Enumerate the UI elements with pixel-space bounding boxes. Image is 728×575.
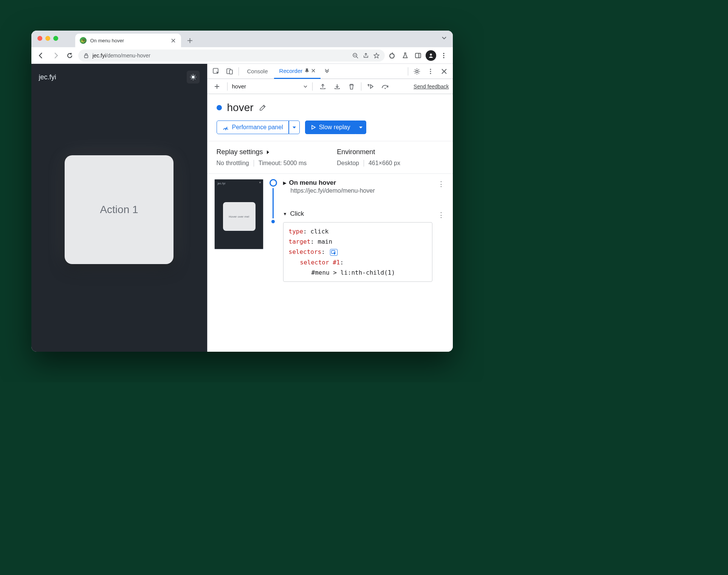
svg-point-11 [416, 70, 418, 73]
profile-avatar[interactable] [426, 50, 436, 61]
device-toolbar-icon[interactable] [224, 66, 235, 77]
tab-title: On menu hover [90, 38, 124, 43]
svg-point-16 [225, 129, 226, 130]
pin-icon [305, 68, 309, 73]
recording-title: hover [227, 102, 254, 114]
new-tab-button[interactable] [185, 35, 195, 46]
step-menu-button[interactable]: ⋮ [436, 210, 446, 220]
tab-recorder[interactable]: Recorder [274, 64, 321, 79]
recording-status-dot [217, 105, 222, 110]
bookmark-star-icon[interactable] [373, 53, 379, 59]
timeout-value: Timeout: 5000 ms [259, 160, 307, 167]
labs-flask-icon[interactable] [400, 50, 410, 61]
window-close-button[interactable] [37, 36, 42, 41]
devtools-close-icon[interactable] [438, 66, 450, 77]
url-path: /demo/menu-hover [106, 53, 150, 59]
tab-close-icon[interactable] [311, 69, 315, 73]
tab-console[interactable]: Console [242, 64, 273, 79]
site-name: jec.fyi [39, 73, 56, 81]
chevron-down-icon [303, 84, 308, 89]
throttle-value: No throttling [217, 160, 249, 167]
slow-replay-button-group: Slow replay [305, 121, 367, 134]
svg-point-6 [443, 57, 444, 58]
env-size: 461×660 px [369, 160, 400, 167]
settings-gear-icon[interactable] [411, 66, 423, 77]
url-domain: jec.fyi [93, 53, 106, 59]
step-navigate-url: https://jec.fyi/demo/menu-hover [291, 187, 432, 194]
browser-tab[interactable]: 🐢 On menu hover [75, 34, 181, 47]
slow-replay-button[interactable]: Slow replay [305, 121, 356, 134]
svg-rect-10 [229, 70, 232, 74]
performance-panel-button[interactable]: Performance panel [217, 121, 289, 134]
svg-point-14 [430, 73, 431, 74]
svg-point-5 [443, 55, 444, 56]
svg-point-4 [443, 53, 444, 54]
address-bar[interactable]: jec.fyi/demo/menu-hover [78, 49, 385, 62]
window-zoom-button[interactable] [53, 36, 58, 41]
window-minimize-button[interactable] [45, 36, 50, 41]
side-panel-icon[interactable] [413, 50, 423, 61]
page-viewport: jec.fyi Action 1 [31, 64, 207, 352]
svg-point-7 [192, 76, 195, 79]
new-recording-button[interactable] [211, 81, 223, 92]
reload-button[interactable] [64, 49, 76, 62]
step-navigate-toggle[interactable]: ▶ On menu hover [283, 179, 432, 187]
performance-panel-button-group: Performance panel [217, 121, 300, 134]
delete-icon[interactable] [346, 81, 357, 92]
edit-title-button[interactable] [259, 104, 266, 111]
svg-rect-0 [84, 55, 88, 58]
slow-replay-dropdown[interactable] [356, 121, 366, 134]
browser-window: 🐢 On menu hover jec.fyi/demo/menu-ho [31, 31, 453, 352]
lock-icon [84, 53, 89, 58]
devtools-menu-icon[interactable] [425, 66, 436, 77]
env-device: Desktop [337, 160, 359, 167]
theme-toggle-button[interactable] [187, 71, 200, 83]
step-click-details: type: click target: main selectors: sele… [283, 222, 432, 282]
browser-toolbar: jec.fyi/demo/menu-hover [31, 47, 453, 64]
forward-button[interactable] [50, 49, 62, 62]
devtools-panel: Console Recorder [207, 64, 453, 352]
replay-settings-toggle[interactable]: Replay settings [217, 148, 307, 156]
thumb-card-text: Hover over me! [223, 202, 256, 231]
extensions-button[interactable] [387, 50, 398, 61]
svg-point-13 [430, 71, 431, 72]
zoom-icon[interactable] [352, 53, 358, 59]
performance-panel-dropdown[interactable] [289, 121, 300, 134]
demo-card[interactable]: Action 1 [65, 155, 173, 264]
export-icon[interactable] [317, 81, 328, 92]
import-icon[interactable] [331, 81, 343, 92]
step-over-icon[interactable] [379, 81, 391, 92]
pick-selector-icon[interactable] [330, 249, 338, 256]
tabs-overflow-button[interactable] [441, 35, 447, 40]
step-menu-button[interactable]: ⋮ [436, 179, 446, 189]
tabs-overflow-icon[interactable] [321, 66, 333, 77]
back-button[interactable] [35, 49, 47, 62]
environment-label: Environment [337, 148, 400, 156]
step-click-toggle[interactable]: ▼ Click [283, 210, 432, 218]
svg-point-12 [430, 68, 431, 70]
svg-point-15 [384, 88, 386, 89]
svg-rect-2 [415, 53, 421, 58]
send-feedback-link[interactable]: Send feedback [414, 83, 449, 90]
favicon-icon: 🐢 [80, 37, 87, 44]
timeline [269, 179, 278, 282]
share-icon[interactable] [363, 53, 369, 59]
step-screenshot-thumbnail[interactable]: Hover over me! [214, 179, 263, 249]
titlebar: 🐢 On menu hover [31, 31, 453, 47]
inspect-element-icon[interactable] [211, 66, 222, 77]
chrome-menu-button[interactable] [438, 50, 449, 61]
card-text: Action 1 [100, 204, 138, 216]
tab-close-button[interactable] [170, 37, 177, 43]
svg-point-3 [430, 53, 432, 55]
step-into-icon[interactable] [365, 81, 376, 92]
recording-selector[interactable]: hover [232, 83, 308, 90]
